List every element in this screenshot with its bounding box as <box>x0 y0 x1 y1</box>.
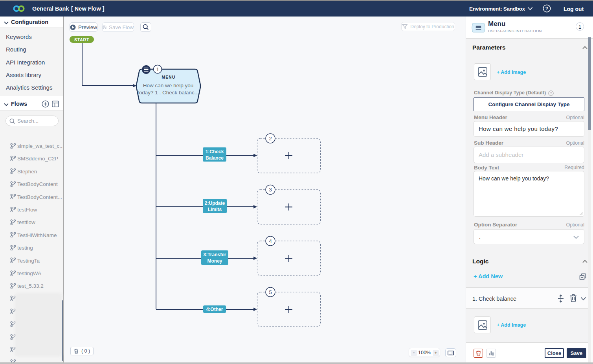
svg-text:1:Check: 1:Check <box>206 149 224 154</box>
svg-text:Limits: Limits <box>208 207 222 212</box>
svg-text:3: 3 <box>269 187 272 193</box>
svg-text:MENU: MENU <box>162 75 175 79</box>
svg-text:How can we help you: How can we help you <box>143 83 193 88</box>
svg-text:START: START <box>74 37 89 42</box>
svg-text:?: ? <box>550 91 552 95</box>
svg-text:4:Other: 4:Other <box>206 307 223 312</box>
svg-text:today? 1 . Check balanc...: today? 1 . Check balanc... <box>138 90 199 96</box>
svg-text:3:Transfer: 3:Transfer <box>203 252 226 257</box>
svg-text:5: 5 <box>269 289 272 295</box>
svg-text:?: ? <box>545 6 548 11</box>
svg-text:4: 4 <box>269 238 272 244</box>
svg-text:2:Update: 2:Update <box>205 200 225 206</box>
svg-text:Balance: Balance <box>206 155 224 161</box>
svg-text:Money: Money <box>207 258 222 264</box>
svg-text:2: 2 <box>269 136 272 142</box>
svg-text:1: 1 <box>156 67 159 72</box>
